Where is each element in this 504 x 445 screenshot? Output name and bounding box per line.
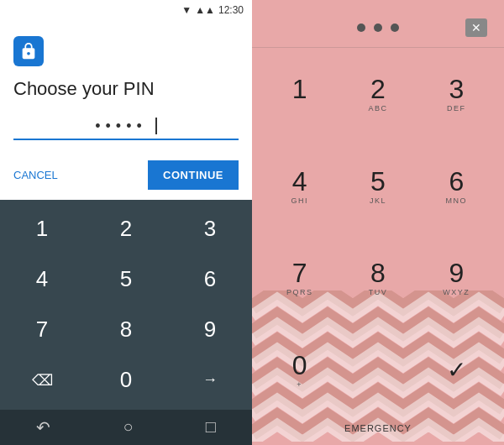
right-key-7[interactable]: 7 PQRS	[260, 233, 339, 325]
key-5[interactable]: 5	[92, 255, 160, 304]
recents-nav-icon[interactable]: □	[206, 417, 216, 437]
pin-dot-3	[391, 24, 399, 32]
signal-icon: ▲▲	[195, 4, 215, 16]
right-key-6[interactable]: 6 MNO	[417, 140, 496, 233]
key-3[interactable]: 3	[176, 205, 244, 254]
right-key-check[interactable]: ✓	[417, 324, 496, 416]
right-key-empty	[339, 324, 417, 416]
right-key-8[interactable]: 8 TUV	[339, 233, 417, 325]
right-numeric-grid: 1 2 ABC 3 DEF 4 GHI 5 JKL 6 MNO	[252, 48, 504, 416]
pin-title: Choose your PIN	[13, 78, 239, 100]
key-backspace[interactable]: ⌫	[8, 356, 76, 405]
right-key-1[interactable]: 1	[260, 48, 339, 140]
right-backspace-button[interactable]: ✕	[465, 18, 487, 37]
right-key-2[interactable]: 2 ABC	[339, 48, 417, 140]
pin-dots: •••••	[13, 118, 239, 135]
lock-icon-wrapper	[13, 36, 44, 66]
key-9[interactable]: 9	[176, 306, 244, 354]
pin-actions: Cancel CONTINUE	[13, 160, 239, 190]
emergency-label[interactable]: EMERGENCY	[269, 423, 487, 433]
wifi-icon: ▼	[181, 4, 192, 16]
right-bottom-row: EMERGENCY	[252, 416, 504, 445]
keyboard-row-3: 7 8 9	[0, 306, 252, 354]
key-4[interactable]: 4	[8, 255, 76, 304]
pin-cursor	[155, 118, 157, 134]
key-1[interactable]: 1	[8, 205, 76, 254]
key-8[interactable]: 8	[92, 306, 160, 354]
keyboard-row-2: 4 5 6	[0, 255, 252, 304]
right-key-0[interactable]: 0 +	[260, 324, 339, 416]
pin-input-row: •••••	[13, 118, 239, 140]
status-bar: ▼ ▲▲ 12:30	[0, 0, 252, 19]
status-icons: ▼ ▲▲ 12:30	[181, 4, 244, 16]
continue-button[interactable]: CONTINUE	[148, 160, 239, 190]
key-6[interactable]: 6	[176, 255, 244, 304]
nav-bar: ↶ ○ □	[0, 410, 252, 445]
right-key-5[interactable]: 5 JKL	[339, 140, 417, 233]
right-key-3[interactable]: 3 DEF	[417, 48, 496, 140]
back-nav-icon[interactable]: ↶	[36, 417, 50, 437]
home-nav-icon[interactable]: ○	[123, 417, 133, 437]
key-0[interactable]: 0	[92, 356, 160, 405]
pin-dot-2	[374, 24, 382, 32]
keyboard-row-4: ⌫ 0 →	[0, 356, 252, 405]
right-key-9[interactable]: 9 WXYZ	[417, 233, 496, 325]
cancel-button[interactable]: Cancel	[13, 164, 58, 186]
time-label: 12:30	[218, 4, 244, 16]
left-panel: ▼ ▲▲ 12:30 Choose your PIN ••••• Cancel …	[0, 0, 252, 445]
right-key-4[interactable]: 4 GHI	[260, 140, 339, 233]
pin-content: Choose your PIN ••••• Cancel CONTINUE	[0, 19, 252, 199]
lock-icon	[19, 42, 38, 60]
key-enter[interactable]: →	[176, 356, 244, 405]
numeric-keyboard: 1 2 3 4 5 6 7 8 9 ⌫ 0 →	[0, 200, 252, 410]
keyboard-row-1: 1 2 3	[0, 205, 252, 254]
right-content: ✕ 1 2 ABC 3 DEF 4 GHI 5 JKL	[252, 0, 504, 445]
pin-indicator-row: ✕	[252, 0, 504, 47]
right-panel: ✕ 1 2 ABC 3 DEF 4 GHI 5 JKL	[252, 0, 504, 445]
pin-dot-1	[357, 24, 365, 32]
key-7[interactable]: 7	[8, 306, 76, 354]
key-2[interactable]: 2	[92, 205, 160, 254]
